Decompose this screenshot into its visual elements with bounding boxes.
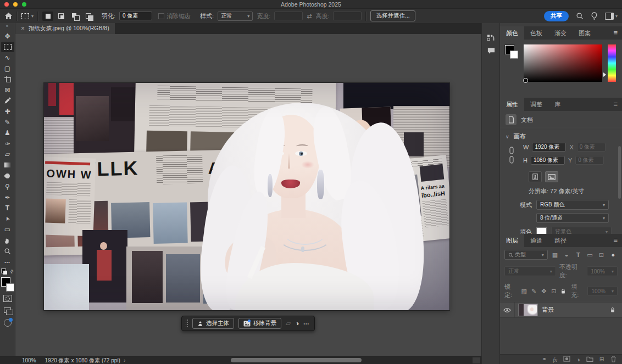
panel-menu-icon[interactable]: ≡ bbox=[613, 100, 618, 108]
antialias-checkbox[interactable] bbox=[158, 13, 164, 19]
opacity-field[interactable]: 100% ▾ bbox=[587, 266, 618, 276]
tab-color[interactable]: 颜色 bbox=[500, 26, 524, 40]
landscape-orientation-button[interactable] bbox=[545, 171, 558, 182]
adjustments-icon[interactable]: ◑ bbox=[295, 320, 299, 327]
delete-layer-icon[interactable] bbox=[610, 356, 617, 363]
new-layer-icon[interactable]: ⊞ bbox=[599, 356, 604, 363]
portrait-orientation-button[interactable] bbox=[529, 171, 542, 182]
discover-lightbulb-icon[interactable] bbox=[591, 12, 598, 20]
select-subject-button[interactable]: 选择主体 bbox=[192, 318, 234, 329]
tab-libraries[interactable]: 库 bbox=[548, 98, 567, 111]
document-canvas[interactable]: WLLK ABL BF/AEI OWH W bbox=[44, 83, 449, 310]
edit-toolbar-button[interactable]: ••• bbox=[1, 256, 14, 267]
intersect-selection-button[interactable] bbox=[84, 12, 95, 21]
comments-panel-icon[interactable] bbox=[487, 47, 495, 55]
canvas-width-input[interactable]: 1920 像素 bbox=[532, 143, 566, 152]
tab-gradients[interactable]: 渐变 bbox=[548, 26, 573, 40]
remove-background-button[interactable]: 移除背景 bbox=[238, 318, 281, 329]
panel-menu-icon[interactable]: ≡ bbox=[613, 236, 618, 244]
taskbar-more-icon[interactable]: ••• bbox=[303, 322, 309, 326]
frame-tool[interactable]: ⊠ bbox=[1, 85, 14, 96]
screen-mode-button[interactable] bbox=[1, 304, 14, 316]
lock-all-icon[interactable] bbox=[560, 288, 566, 294]
zoom-tool[interactable] bbox=[1, 246, 14, 257]
tab-paths[interactable]: 路径 bbox=[548, 234, 573, 247]
add-mask-icon[interactable] bbox=[563, 356, 570, 363]
hue-marker-icon[interactable] bbox=[603, 72, 606, 77]
filter-type-layers-icon[interactable]: T bbox=[574, 251, 582, 258]
tab-channels[interactable]: 通道 bbox=[524, 234, 548, 247]
filter-smart-objects-icon[interactable]: ⊡ bbox=[597, 251, 606, 259]
active-tool-preset[interactable]: ▾ bbox=[21, 13, 34, 19]
panel-background-swatch[interactable] bbox=[510, 51, 518, 59]
spot-healing-tool[interactable]: ✚ bbox=[1, 106, 14, 117]
panel-menu-icon[interactable]: ≡ bbox=[613, 29, 618, 37]
clone-stamp-tool[interactable]: ♟ bbox=[1, 127, 14, 138]
tab-patterns[interactable]: 图案 bbox=[573, 26, 597, 40]
layer-name[interactable]: 背景 bbox=[542, 306, 554, 314]
tab-adjustments[interactable]: 调整 bbox=[524, 98, 548, 111]
crop-tool[interactable] bbox=[1, 74, 14, 85]
object-selection-tool[interactable]: ▢ bbox=[1, 63, 14, 74]
history-panel-icon[interactable] bbox=[487, 34, 495, 43]
horizontal-scrollbar-thumb[interactable] bbox=[231, 358, 362, 362]
color-field[interactable] bbox=[524, 44, 602, 82]
workspace-switcher[interactable]: ▾ bbox=[605, 13, 618, 20]
properties-scrollbar-thumb[interactable] bbox=[618, 146, 621, 199]
share-document-button[interactable] bbox=[1, 316, 14, 329]
document-tab[interactable]: × 报纸女孩.jpeg @ 100%(RGB/8) bbox=[15, 23, 115, 34]
quick-mask-button[interactable] bbox=[1, 293, 14, 304]
pen-tool[interactable]: ✒ bbox=[1, 192, 14, 203]
select-and-mask-button[interactable]: 选择并遮住... bbox=[370, 10, 415, 21]
lock-position-icon[interactable]: ✥ bbox=[541, 288, 547, 295]
add-selection-button[interactable] bbox=[56, 12, 67, 21]
color-mode-select[interactable]: RGB 颜色 ▾ bbox=[536, 200, 609, 210]
feather-input[interactable]: 0 像素 bbox=[119, 12, 152, 20]
collapse-toolbar-button[interactable]: » bbox=[6, 24, 9, 30]
history-brush-tool[interactable]: ✑ bbox=[1, 138, 14, 149]
taskbar-drag-handle[interactable] bbox=[185, 319, 188, 328]
lock-paint-icon[interactable]: ✎ bbox=[531, 288, 537, 295]
blend-mode-select[interactable]: 正常 ▾ bbox=[504, 266, 556, 276]
new-adjustment-layer-icon[interactable]: ◑ bbox=[576, 356, 580, 363]
eyedropper-tool[interactable] bbox=[1, 96, 14, 107]
style-select[interactable]: 正常 ▾ bbox=[218, 12, 253, 21]
lock-transparency-icon[interactable]: ▨ bbox=[521, 288, 527, 295]
layer-visibility-toggle[interactable] bbox=[500, 303, 515, 317]
tab-layers[interactable]: 图层 bbox=[500, 234, 524, 247]
bit-depth-select[interactable]: 8 位/通道 ▾ bbox=[536, 213, 609, 223]
layer-thumbnail[interactable] bbox=[519, 304, 537, 316]
subtract-selection-button[interactable] bbox=[70, 12, 81, 21]
background-color-swatch[interactable] bbox=[6, 283, 14, 292]
type-tool[interactable]: T bbox=[1, 203, 14, 214]
hue-slider[interactable] bbox=[608, 44, 616, 82]
blur-tool[interactable] bbox=[1, 171, 14, 182]
canvas-height-input[interactable]: 1080 像素 bbox=[531, 156, 565, 165]
layer-style-fx-icon[interactable]: fx bbox=[553, 356, 557, 363]
new-group-icon[interactable] bbox=[586, 356, 593, 363]
panel-fg-bg-swatches[interactable] bbox=[505, 45, 519, 59]
link-dimensions-icon[interactable] bbox=[509, 146, 514, 165]
gradient-tool[interactable] bbox=[1, 160, 14, 171]
shape-tool[interactable]: ▭ bbox=[1, 225, 14, 236]
filter-toggle-icon[interactable]: ● bbox=[609, 251, 618, 258]
layer-lock-icon[interactable] bbox=[610, 307, 615, 313]
section-collapse-icon[interactable]: ∨ bbox=[506, 134, 509, 139]
dodge-tool[interactable]: ⚲ bbox=[1, 181, 14, 192]
layer-fill-field[interactable]: 100% ▾ bbox=[587, 286, 618, 296]
close-tab-icon[interactable]: × bbox=[21, 25, 25, 32]
layer-filter-select[interactable]: 类型 ▾ bbox=[504, 250, 548, 260]
path-selection-tool[interactable]: ➤ bbox=[1, 214, 14, 225]
swap-dimensions-icon[interactable]: ⇄ bbox=[307, 13, 312, 20]
foreground-background-colors[interactable] bbox=[1, 277, 15, 292]
hand-tool[interactable] bbox=[1, 235, 14, 246]
color-picker-ring[interactable] bbox=[523, 78, 528, 83]
search-icon[interactable] bbox=[576, 12, 584, 20]
share-button[interactable]: 共享 bbox=[544, 11, 569, 21]
zoom-level-field[interactable]: 100% bbox=[22, 357, 36, 363]
layer-row-background[interactable]: 背景 bbox=[500, 302, 622, 318]
filter-pixel-layers-icon[interactable]: ▦ bbox=[551, 251, 559, 259]
home-button[interactable] bbox=[4, 12, 13, 20]
lasso-tool[interactable]: ∿ bbox=[1, 52, 14, 63]
tab-properties[interactable]: 属性 bbox=[500, 98, 524, 111]
